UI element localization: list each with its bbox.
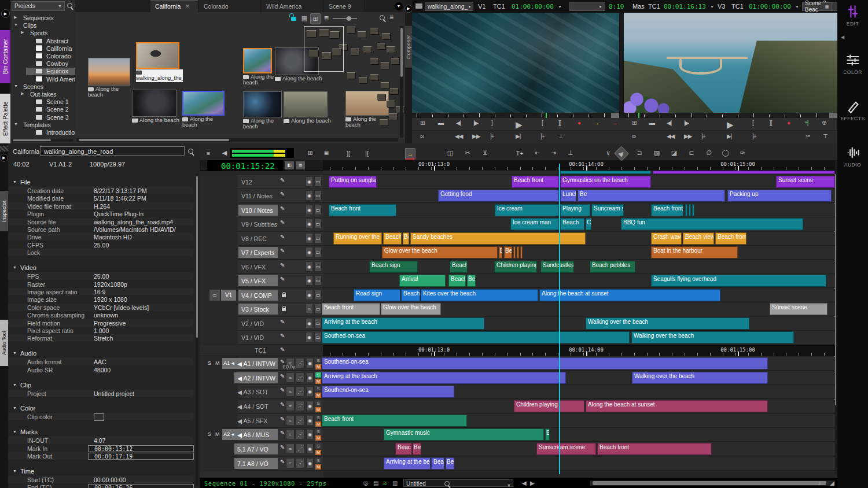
scatter-thumb[interactable] (391, 58, 399, 64)
track-header[interactable]: V8 / REC✎◉▭ (200, 232, 323, 246)
track-header[interactable]: ◀ A3 / SOT✎≈⋰◉SM (200, 385, 323, 399)
overwrite-button[interactable]: → (612, 120, 617, 126)
timeline-clip[interactable]: Beach front (322, 303, 380, 315)
inspector-section-title[interactable]: File (20, 179, 31, 186)
close-icon[interactable]: ✕ (185, 3, 190, 9)
track-header[interactable]: V2 / VID✎◉▭ (200, 317, 323, 331)
inspector-section-title[interactable]: Audio (20, 350, 36, 357)
timeline-clip[interactable]: Crash wave (651, 232, 682, 245)
timeline-clip[interactable]: B (545, 428, 550, 441)
track-header[interactable]: V3 / Stock○▭ (200, 302, 323, 316)
track-name[interactable]: V8 / REC (238, 233, 278, 244)
project-hscrollbar[interactable] (12, 139, 73, 142)
waveform-icon[interactable]: ≈ (286, 372, 295, 383)
pencil-icon[interactable]: ✎ (280, 459, 285, 465)
timeline-clip[interactable]: Beach (450, 261, 468, 273)
play-button[interactable]: ▶ (727, 120, 733, 130)
clipboard-button[interactable]: ◫ (446, 148, 455, 158)
pencil-icon[interactable]: ✎ (280, 276, 285, 282)
track-name[interactable]: V6 / VFX (238, 261, 278, 272)
timeline-clip[interactable]: Gymnastic music (384, 428, 544, 441)
timeline-clip[interactable]: Southend-on-sea (322, 357, 768, 369)
annotate-button[interactable]: ✑ (738, 148, 747, 158)
monitor-icon[interactable]: ◉ (306, 275, 313, 286)
bin-clip-thumbnail[interactable] (136, 42, 179, 69)
timeline-clip[interactable]: Along the beach at sunset (586, 400, 768, 412)
track-name[interactable]: V4 / COMP (238, 290, 278, 301)
timeline-master-timecode[interactable]: 00:01:15:22 (221, 161, 275, 171)
loop-button[interactable]: ◯ (721, 148, 730, 158)
video-tracks-icon[interactable]: ▤ (373, 480, 378, 486)
untitled-search-box[interactable]: Untitled ▼ (403, 479, 513, 487)
pencil-icon[interactable]: ✎ (280, 319, 285, 325)
rewind-button[interactable]: ◀◀ (667, 133, 674, 139)
source-patch-button[interactable]: V1 (221, 290, 236, 301)
track-name[interactable]: 5.1 A7 / VO (234, 443, 278, 454)
search-icon[interactable] (188, 149, 193, 154)
timeline-menu[interactable]: ≡ (204, 148, 213, 158)
audio-meter-icon[interactable]: ≋ (382, 480, 387, 486)
record-track-icon[interactable]: ▭ (314, 176, 322, 187)
timeline-playhead[interactable] (559, 164, 560, 474)
search-icon[interactable] (67, 3, 72, 8)
timeline-clip[interactable]: Sunscream scene (536, 443, 596, 455)
search-icon[interactable] (380, 15, 385, 20)
record-master-timecode[interactable]: 00:01:16:13 (664, 3, 706, 10)
track-header[interactable]: V6 / VFX✎◉▭ (200, 260, 323, 274)
timeline-clip[interactable]: Arriving at the beach (322, 372, 566, 384)
track-name[interactable]: V12 (238, 176, 278, 187)
pencil-icon[interactable]: ✎ (280, 416, 285, 422)
automation-icon[interactable]: ⋰ (296, 358, 304, 368)
track-name[interactable]: V10 / Notes (238, 205, 278, 216)
record-track-icon[interactable]: ▭ (314, 233, 322, 243)
twisty-closed-icon[interactable]: ▶ (21, 30, 24, 35)
record-position-bar[interactable] (624, 113, 837, 118)
track-name[interactable]: V7 / Experts (238, 247, 278, 258)
gear-icon[interactable]: ◉ (306, 458, 314, 468)
bin-clip-thumbnail[interactable] (182, 91, 225, 116)
twisty-open-icon[interactable]: ▼ (13, 180, 17, 184)
tab-composer[interactable]: Composer (405, 26, 412, 68)
solo-button[interactable]: S (315, 443, 321, 449)
workspace-edit[interactable]: EDIT (837, 5, 868, 27)
gear-icon[interactable]: ◉ (306, 429, 314, 439)
transition-button[interactable]: ◪ (670, 148, 679, 158)
timeline-clip[interactable] (560, 171, 651, 174)
bin-tree-item[interactable]: ▼Templates (10, 121, 75, 129)
source-monitor-video[interactable] (412, 13, 619, 113)
bin-tree-item[interactable]: Scene 2 (10, 106, 75, 113)
bin-tree-item[interactable]: Abstract (10, 38, 75, 45)
clip-color-swatch[interactable] (94, 413, 104, 421)
pencil-icon[interactable]: ✎ (280, 387, 285, 393)
track-header[interactable]: V9 / Subtitles✎◉▭ (200, 217, 323, 231)
timeline-clip[interactable]: Putting on sunglas (329, 176, 377, 188)
bin-tree-item[interactable]: Introduction (10, 129, 75, 136)
timeline-clip[interactable]: Be (504, 246, 512, 258)
mute-patch-label[interactable]: M (215, 431, 220, 437)
twisty-open-icon[interactable]: ▼ (13, 406, 17, 410)
track-header[interactable]: V11 / Notes✎◉▭ (200, 189, 323, 203)
mark-in-button[interactable]: [ (752, 120, 753, 126)
monitor-icon[interactable]: ◉ (306, 247, 313, 257)
workspace-effects[interactable]: EFFECTS (837, 99, 868, 121)
timeline-clip[interactable]: Be (467, 275, 476, 287)
add-keyframe-button[interactable]: ⊕ (822, 120, 826, 126)
track-name[interactable]: 7.1 A8 / VO (234, 458, 278, 469)
twisty-closed-icon[interactable]: ▶ (21, 91, 24, 96)
bin-clip-label[interactable]: Along the beach (275, 76, 322, 88)
bin-clip-thumbnail[interactable] (88, 58, 130, 86)
timeline-clip[interactable]: Beach front (597, 443, 712, 455)
inspector-section-title[interactable]: Color (20, 405, 35, 412)
inspector-field-input[interactable]: 00:00:13:12 (88, 445, 194, 452)
gear-icon[interactable]: ◉ (306, 358, 314, 368)
lift-button[interactable]: ⊥ (566, 148, 575, 158)
monitor-icon[interactable]: ○ (306, 304, 313, 314)
monitor-icon[interactable]: ◉ (306, 219, 313, 229)
timeline-clip[interactable]: Southed-on-sea (322, 331, 630, 343)
scatter-thumb[interactable] (389, 113, 397, 120)
scatter-thumb[interactable] (347, 72, 355, 79)
mute-button[interactable]: M (315, 407, 321, 412)
scatter-thumb[interactable] (381, 62, 389, 69)
audio-curve-button[interactable]: ∨ (604, 148, 613, 158)
bin-tree-item[interactable]: Cowboy (10, 60, 75, 68)
